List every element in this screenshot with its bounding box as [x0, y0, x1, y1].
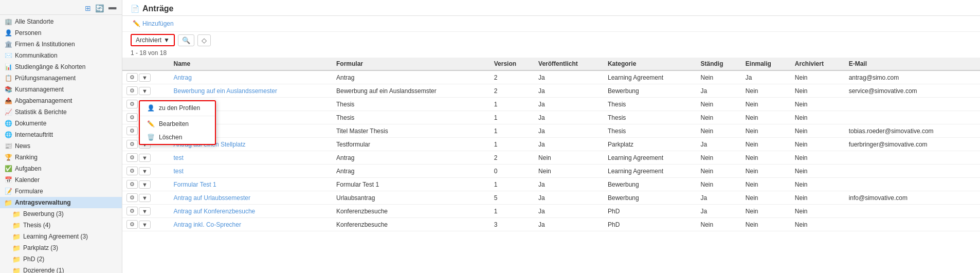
row-veroeffentlicht: Ja	[534, 138, 604, 151]
reset-filter-button[interactable]: ◇	[197, 34, 211, 46]
row-email: tobias.roeder@simovative.com	[845, 124, 980, 138]
sidebar-label: Firmen & Institutionen	[15, 41, 75, 48]
sidebar-label: Abgabemanagement	[15, 97, 72, 104]
trophy-icon: 🏆	[4, 153, 12, 161]
row-kategorie: Thesis	[604, 111, 697, 124]
sidebar-item-news[interactable]: 📰 News	[0, 140, 122, 152]
sidebar-icon-1[interactable]: ⊞	[84, 4, 92, 13]
row-version: 1	[490, 205, 534, 218]
gear-button[interactable]: ⚙	[126, 207, 138, 215]
gear-button[interactable]: ⚙	[126, 100, 138, 108]
row-name[interactable]: Antrag auf Konferenzbesuche	[170, 205, 332, 218]
row-email	[845, 111, 980, 124]
gear-button[interactable]: ⚙	[126, 180, 138, 189]
sidebar-item-learning-agreement[interactable]: 📁 Learning Agreement (3)	[0, 231, 122, 242]
row-name[interactable]: Formular Test 1	[170, 178, 332, 191]
row-name[interactable]: Bewerbung auf ein Auslandssemester	[170, 84, 332, 98]
gear-button[interactable]: ⚙	[126, 193, 138, 202]
filter-dropdown[interactable]: Archiviert ▼	[131, 34, 175, 46]
row-veroeffentlicht: Ja	[534, 111, 604, 124]
arrow-dropdown-button[interactable]: ▼	[139, 207, 151, 215]
chevron-down-icon: ▼	[164, 37, 170, 44]
row-version: 5	[490, 191, 534, 205]
row-einmalig: Nein	[741, 165, 791, 178]
sidebar-item-studiengaenge[interactable]: 📊 Studiengänge & Kohorten	[0, 61, 122, 72]
row-formular: Thesis	[332, 111, 490, 124]
sidebar-item-abgabemanagement[interactable]: 📤 Abgabemanagement	[0, 95, 122, 106]
sidebar-item-kursmanagement[interactable]: 📚 Kursmanagement	[0, 84, 122, 95]
gear-button[interactable]: ⚙	[126, 153, 138, 162]
building-icon: 🏢	[4, 17, 12, 26]
gear-button[interactable]: ⚙	[126, 220, 138, 229]
ctx-loeschen[interactable]: 🗑️ Löschen	[140, 131, 215, 144]
book-icon: 📚	[4, 85, 12, 94]
sidebar-item-alle-standorte[interactable]: 🏢 Alle Standorte	[0, 16, 122, 27]
sidebar-item-formulare[interactable]: 📝 Formulare	[0, 186, 122, 197]
gear-button[interactable]: ⚙	[126, 86, 138, 95]
gear-button[interactable]: ⚙	[126, 167, 138, 175]
sidebar-icon-2[interactable]: 🔄	[94, 4, 105, 13]
row-einmalig: Nein	[741, 218, 791, 231]
row-archiviert: Nein	[791, 138, 845, 151]
sidebar-item-ranking[interactable]: 🏆 Ranking	[0, 152, 122, 163]
table-row: ⚙ ▼ Antrag auf Urlaubssemester Urlaubsan…	[122, 191, 980, 205]
sidebar-item-kalender[interactable]: 📅 Kalender	[0, 174, 122, 186]
table-row: ⚙ ▼ test Antrag 0 Nein Learning Agreemen…	[122, 165, 980, 178]
search-button[interactable]: 🔍	[178, 34, 194, 46]
sidebar-item-personen[interactable]: 👤 Personen	[0, 27, 122, 39]
sidebar: ⊞ 🔄 ➖ 🏢 Alle Standorte 👤 Personen 🏛️ Fir…	[0, 0, 122, 273]
gear-button[interactable]: ⚙	[126, 73, 138, 82]
arrow-dropdown-button[interactable]: ▼	[139, 87, 151, 95]
sidebar-item-thesis[interactable]: 📁 Thesis (4)	[0, 220, 122, 231]
sidebar-item-firmen[interactable]: 🏛️ Firmen & Institutionen	[0, 39, 122, 50]
arrow-dropdown-button[interactable]: ▼	[139, 221, 151, 229]
applications-table: Name Formular Version Veröffentlicht Kat…	[122, 58, 980, 231]
gear-button[interactable]: ⚙	[126, 113, 138, 122]
ctx-zu-den-profilen[interactable]: 👤 zu den Profilen	[140, 101, 215, 115]
sidebar-item-dozierende[interactable]: 📁 Dozierende (1)	[0, 265, 122, 273]
row-name[interactable]: test	[170, 151, 332, 165]
table-row: ⚙ ▼ Bewerbung auf ein Auslandssemester B…	[122, 84, 980, 98]
row-actions: ⚙ ▼	[126, 86, 166, 95]
row-name[interactable]: Antrag auf Urlaubssemester	[170, 191, 332, 205]
sidebar-item-kommunikation[interactable]: ✉️ Kommunikation	[0, 50, 122, 61]
arrow-dropdown-button[interactable]: ▼	[139, 74, 151, 82]
arrow-dropdown-button[interactable]: ▼	[139, 180, 151, 189]
row-staendig: Nein	[697, 70, 741, 84]
sidebar-item-antragsverwaltung[interactable]: 📁 Antragsverwaltung	[0, 197, 122, 208]
sidebar-item-parkplatz[interactable]: 📁 Parkplatz (3)	[0, 242, 122, 253]
row-actions-cell: ⚙ ▼	[122, 191, 170, 205]
table-row: ⚙ ▼ test Antrag 2 Nein Learning Agreemen…	[122, 151, 980, 165]
row-veroeffentlicht: Nein	[534, 165, 604, 178]
row-name[interactable]: Antrag inkl. Co-Sprecher	[170, 218, 332, 231]
sidebar-item-statistik[interactable]: 📈 Statistik & Berichte	[0, 106, 122, 118]
ctx-bearbeiten[interactable]: ✏️ Bearbeiten	[140, 117, 215, 131]
row-staendig: Nein	[697, 218, 741, 231]
sidebar-icon-3[interactable]: ➖	[107, 4, 118, 13]
sidebar-item-bewerbung[interactable]: 📁 Bewerbung (3)	[0, 208, 122, 220]
add-button[interactable]: ✏️ Hinzufügen	[131, 19, 176, 28]
sidebar-sub-label: Bewerbung (3)	[23, 210, 64, 217]
row-name[interactable]: test	[170, 165, 332, 178]
gear-button[interactable]: ⚙	[126, 140, 138, 149]
sidebar-item-pruefungsmanagement[interactable]: 📋 Prüfungsmanagement	[0, 72, 122, 84]
row-name[interactable]: Antrag	[170, 70, 332, 84]
arrow-dropdown-button[interactable]: ▼	[139, 194, 151, 202]
task-icon: ✅	[4, 165, 12, 173]
arrow-dropdown-button[interactable]: ▼	[139, 154, 151, 162]
row-version: 1	[490, 98, 534, 111]
row-version: 2	[490, 70, 534, 84]
sidebar-item-aufgaben[interactable]: ✅ Aufgaben	[0, 163, 122, 174]
col-version: Version	[490, 58, 534, 70]
clipboard-icon: 📋	[4, 74, 12, 82]
news-icon: 📰	[4, 142, 12, 150]
row-kategorie: Learning Agreement	[604, 70, 697, 84]
ctx-label-profilen: zu den Profilen	[159, 104, 200, 112]
row-actions-cell: ⚙ ▼	[122, 151, 170, 165]
arrow-dropdown-button[interactable]: ▼	[139, 167, 151, 175]
sidebar-item-internetauftritt[interactable]: 🌐 Internetauftritt	[0, 129, 122, 140]
row-version: 1	[490, 138, 534, 151]
sidebar-item-dokumente[interactable]: 🌐 Dokumente	[0, 118, 122, 129]
gear-button[interactable]: ⚙	[126, 126, 138, 135]
sidebar-item-phd[interactable]: 📁 PhD (2)	[0, 253, 122, 265]
